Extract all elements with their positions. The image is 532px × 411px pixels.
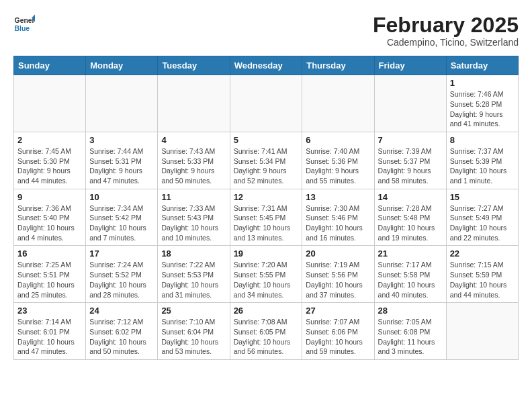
day-info: Sunrise: 7:19 AM Sunset: 5:56 PM Dayligh… — [306, 260, 370, 300]
table-row: 21Sunrise: 7:17 AM Sunset: 5:58 PM Dayli… — [374, 246, 446, 303]
day-info: Sunrise: 7:20 AM Sunset: 5:55 PM Dayligh… — [234, 260, 299, 300]
day-number: 19 — [234, 248, 299, 259]
calendar-week-row: 9Sunrise: 7:36 AM Sunset: 5:40 PM Daylig… — [14, 189, 519, 246]
day-info: Sunrise: 7:36 AM Sunset: 5:40 PM Dayligh… — [17, 203, 82, 243]
calendar-week-row: 16Sunrise: 7:25 AM Sunset: 5:51 PM Dayli… — [14, 246, 519, 303]
table-row: 24Sunrise: 7:12 AM Sunset: 6:02 PM Dayli… — [86, 303, 158, 360]
day-info: Sunrise: 7:43 AM Sunset: 5:33 PM Dayligh… — [161, 146, 226, 186]
table-row — [446, 303, 518, 360]
table-row: 25Sunrise: 7:10 AM Sunset: 6:04 PM Dayli… — [158, 303, 230, 360]
day-info: Sunrise: 7:22 AM Sunset: 5:53 PM Dayligh… — [161, 260, 226, 300]
table-row: 9Sunrise: 7:36 AM Sunset: 5:40 PM Daylig… — [14, 189, 86, 246]
header: General Blue February 2025 Cadempino, Ti… — [13, 13, 519, 48]
day-info: Sunrise: 7:45 AM Sunset: 5:30 PM Dayligh… — [17, 146, 82, 186]
table-row: 11Sunrise: 7:33 AM Sunset: 5:43 PM Dayli… — [158, 189, 230, 246]
table-row: 6Sunrise: 7:40 AM Sunset: 5:36 PM Daylig… — [302, 132, 374, 189]
table-row: 1Sunrise: 7:46 AM Sunset: 5:28 PM Daylig… — [446, 75, 518, 132]
day-info: Sunrise: 7:05 AM Sunset: 6:08 PM Dayligh… — [378, 317, 443, 357]
col-wednesday: Wednesday — [230, 56, 302, 75]
calendar-week-row: 2Sunrise: 7:45 AM Sunset: 5:30 PM Daylig… — [14, 132, 519, 189]
day-info: Sunrise: 7:27 AM Sunset: 5:49 PM Dayligh… — [450, 203, 515, 243]
table-row: 3Sunrise: 7:44 AM Sunset: 5:31 PM Daylig… — [86, 132, 158, 189]
table-row — [14, 75, 86, 132]
day-info: Sunrise: 7:30 AM Sunset: 5:46 PM Dayligh… — [306, 203, 370, 243]
day-number: 22 — [450, 248, 515, 259]
location: Cadempino, Ticino, Switzerland — [373, 37, 519, 48]
table-row: 26Sunrise: 7:08 AM Sunset: 6:05 PM Dayli… — [230, 303, 302, 360]
day-number: 1 — [450, 78, 515, 88]
svg-text:Blue: Blue — [15, 25, 30, 32]
calendar-table: Sunday Monday Tuesday Wednesday Thursday… — [13, 56, 519, 360]
day-info: Sunrise: 7:12 AM Sunset: 6:02 PM Dayligh… — [89, 317, 154, 357]
table-row — [86, 75, 158, 132]
day-info: Sunrise: 7:39 AM Sunset: 5:37 PM Dayligh… — [378, 146, 443, 186]
day-number: 27 — [306, 306, 370, 316]
table-row: 13Sunrise: 7:30 AM Sunset: 5:46 PM Dayli… — [302, 189, 374, 246]
day-info: Sunrise: 7:44 AM Sunset: 5:31 PM Dayligh… — [89, 146, 154, 186]
day-info: Sunrise: 7:40 AM Sunset: 5:36 PM Dayligh… — [306, 146, 370, 186]
table-row: 18Sunrise: 7:22 AM Sunset: 5:53 PM Dayli… — [158, 246, 230, 303]
day-number: 23 — [17, 306, 82, 316]
table-row: 17Sunrise: 7:24 AM Sunset: 5:52 PM Dayli… — [86, 246, 158, 303]
day-number: 15 — [450, 192, 515, 202]
table-row: 15Sunrise: 7:27 AM Sunset: 5:49 PM Dayli… — [446, 189, 518, 246]
table-row: 22Sunrise: 7:15 AM Sunset: 5:59 PM Dayli… — [446, 246, 518, 303]
table-row: 19Sunrise: 7:20 AM Sunset: 5:55 PM Dayli… — [230, 246, 302, 303]
day-number: 21 — [378, 248, 443, 259]
day-info: Sunrise: 7:15 AM Sunset: 5:59 PM Dayligh… — [450, 260, 515, 300]
table-row: 8Sunrise: 7:37 AM Sunset: 5:39 PM Daylig… — [446, 132, 518, 189]
day-number: 5 — [234, 135, 299, 145]
svg-text:General: General — [15, 17, 35, 24]
col-tuesday: Tuesday — [158, 56, 230, 75]
table-row: 28Sunrise: 7:05 AM Sunset: 6:08 PM Dayli… — [374, 303, 446, 360]
day-number: 13 — [306, 192, 370, 202]
day-number: 3 — [89, 135, 154, 145]
col-saturday: Saturday — [446, 56, 518, 75]
day-info: Sunrise: 7:07 AM Sunset: 6:06 PM Dayligh… — [306, 317, 370, 357]
day-number: 28 — [378, 306, 443, 316]
calendar-week-row: 1Sunrise: 7:46 AM Sunset: 5:28 PM Daylig… — [14, 75, 519, 132]
table-row: 4Sunrise: 7:43 AM Sunset: 5:33 PM Daylig… — [158, 132, 230, 189]
day-number: 17 — [89, 248, 154, 259]
calendar-header-row: Sunday Monday Tuesday Wednesday Thursday… — [14, 56, 519, 75]
day-info: Sunrise: 7:25 AM Sunset: 5:51 PM Dayligh… — [17, 260, 82, 300]
day-info: Sunrise: 7:41 AM Sunset: 5:34 PM Dayligh… — [234, 146, 299, 186]
month-year: February 2025 — [373, 13, 519, 37]
table-row — [230, 75, 302, 132]
generalblue-logo-icon: General Blue — [13, 13, 35, 35]
table-row: 12Sunrise: 7:31 AM Sunset: 5:45 PM Dayli… — [230, 189, 302, 246]
table-row: 2Sunrise: 7:45 AM Sunset: 5:30 PM Daylig… — [14, 132, 86, 189]
day-number: 25 — [161, 306, 226, 316]
day-number: 7 — [378, 135, 443, 145]
table-row: 27Sunrise: 7:07 AM Sunset: 6:06 PM Dayli… — [302, 303, 374, 360]
day-number: 12 — [234, 192, 299, 202]
col-sunday: Sunday — [14, 56, 86, 75]
day-info: Sunrise: 7:34 AM Sunset: 5:42 PM Dayligh… — [89, 203, 154, 243]
day-info: Sunrise: 7:46 AM Sunset: 5:28 PM Dayligh… — [450, 89, 515, 129]
page: General Blue February 2025 Cadempino, Ti… — [0, 0, 532, 367]
day-number: 4 — [161, 135, 226, 145]
col-friday: Friday — [374, 56, 446, 75]
table-row: 23Sunrise: 7:14 AM Sunset: 6:01 PM Dayli… — [14, 303, 86, 360]
day-info: Sunrise: 7:14 AM Sunset: 6:01 PM Dayligh… — [17, 317, 82, 357]
day-info: Sunrise: 7:10 AM Sunset: 6:04 PM Dayligh… — [161, 317, 226, 357]
table-row: 5Sunrise: 7:41 AM Sunset: 5:34 PM Daylig… — [230, 132, 302, 189]
day-number: 2 — [17, 135, 82, 145]
day-number: 20 — [306, 248, 370, 259]
day-number: 8 — [450, 135, 515, 145]
day-info: Sunrise: 7:37 AM Sunset: 5:39 PM Dayligh… — [450, 146, 515, 186]
day-number: 6 — [306, 135, 370, 145]
table-row: 16Sunrise: 7:25 AM Sunset: 5:51 PM Dayli… — [14, 246, 86, 303]
day-number: 9 — [17, 192, 82, 202]
day-number: 11 — [161, 192, 226, 202]
day-info: Sunrise: 7:17 AM Sunset: 5:58 PM Dayligh… — [378, 260, 443, 300]
day-info: Sunrise: 7:24 AM Sunset: 5:52 PM Dayligh… — [89, 260, 154, 300]
day-info: Sunrise: 7:33 AM Sunset: 5:43 PM Dayligh… — [161, 203, 226, 243]
day-number: 24 — [89, 306, 154, 316]
table-row: 20Sunrise: 7:19 AM Sunset: 5:56 PM Dayli… — [302, 246, 374, 303]
table-row: 10Sunrise: 7:34 AM Sunset: 5:42 PM Dayli… — [86, 189, 158, 246]
day-number: 14 — [378, 192, 443, 202]
day-info: Sunrise: 7:08 AM Sunset: 6:05 PM Dayligh… — [234, 317, 299, 357]
calendar-week-row: 23Sunrise: 7:14 AM Sunset: 6:01 PM Dayli… — [14, 303, 519, 360]
col-monday: Monday — [86, 56, 158, 75]
